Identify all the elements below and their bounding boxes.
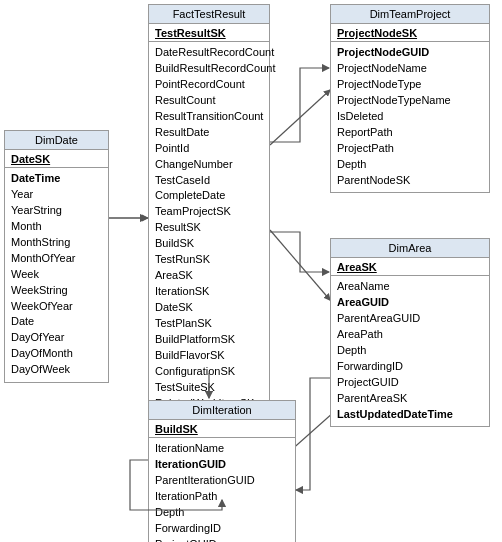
ftr-field-21: TestSuiteSK (155, 380, 263, 396)
dtp-field-6: ProjectPath (337, 141, 483, 157)
ftr-field-20: ConfigurationSK (155, 364, 263, 380)
dimdate-title: DimDate (5, 131, 108, 150)
dimteamproject-title: DimTeamProject (331, 5, 489, 24)
dtp-field-1: ProjectNodeName (337, 61, 483, 77)
di-field-5: ForwardingID (155, 521, 289, 537)
da-field-5: ForwardingID (337, 359, 483, 375)
dimiteration-table: DimIteration BuildSK IterationName Itera… (148, 400, 296, 542)
ftr-field-13: TestRunSK (155, 252, 263, 268)
da-field-1: AreaGUID (337, 295, 483, 311)
dtp-field-5: ReportPath (337, 125, 483, 141)
di-field-2: ParentIterationGUID (155, 473, 289, 489)
ftr-field-9: CompleteDate (155, 188, 263, 204)
dimdate-field-7: WeekString (11, 283, 102, 299)
dimdate-table: DimDate DateSK DateTime Year YearString … (4, 130, 109, 383)
dimdate-field-1: Year (11, 187, 102, 203)
dimarea-pk: AreaSK (337, 261, 377, 273)
ftr-field-14: AreaSK (155, 268, 263, 284)
ftr-field-5: ResultDate (155, 125, 263, 141)
ftr-field-2: PointRecordCount (155, 77, 263, 93)
dimdate-field-0: DateTime (11, 171, 102, 187)
dimdate-pk: DateSK (11, 153, 50, 165)
dimdate-field-3: Month (11, 219, 102, 235)
ftr-field-11: ResultSK (155, 220, 263, 236)
da-field-0: AreaName (337, 279, 483, 295)
dtp-field-8: ParentNodeSK (337, 173, 483, 189)
dimarea-table: DimArea AreaSK AreaName AreaGUID ParentA… (330, 238, 490, 427)
ftr-field-15: IterationSK (155, 284, 263, 300)
facttestresult-pk: TestResultSK (155, 27, 226, 39)
da-field-2: ParentAreaGUID (337, 311, 483, 327)
facttestresult-title: FactTestResult (149, 5, 269, 24)
dimdate-field-12: DayOfWeek (11, 362, 102, 378)
dtp-field-4: IsDeleted (337, 109, 483, 125)
dimdate-field-6: Week (11, 267, 102, 283)
ftr-field-3: ResultCount (155, 93, 263, 109)
ftr-field-0: DateResultRecordCount (155, 45, 263, 61)
da-field-8: LastUpdatedDateTime (337, 407, 483, 423)
dimteamproject-fields: ProjectNodeGUID ProjectNodeName ProjectN… (331, 42, 489, 192)
ftr-field-18: BuildPlatformSK (155, 332, 263, 348)
ftr-field-16: DateSK (155, 300, 263, 316)
dimdate-field-9: Date (11, 314, 102, 330)
ftr-field-12: BuildSK (155, 236, 263, 252)
di-field-4: Depth (155, 505, 289, 521)
dimarea-title: DimArea (331, 239, 489, 258)
dtp-field-7: Depth (337, 157, 483, 173)
da-field-3: AreaPath (337, 327, 483, 343)
svg-line-1 (270, 90, 330, 145)
da-field-6: ProjectGUID (337, 375, 483, 391)
ftr-field-6: PointId (155, 141, 263, 157)
dimdate-field-10: DayOfYear (11, 330, 102, 346)
dtp-field-2: ProjectNodeType (337, 77, 483, 93)
ftr-field-10: TeamProjectSK (155, 204, 263, 220)
ftr-field-1: BuildResultRecordCount (155, 61, 263, 77)
dimteamproject-table: DimTeamProject ProjectNodeSK ProjectNode… (330, 4, 490, 193)
dimdate-field-2: YearString (11, 203, 102, 219)
facttestresult-fields: DateResultRecordCount BuildResultRecordC… (149, 42, 269, 416)
ftr-field-4: ResultTransitionCount (155, 109, 263, 125)
di-field-0: IterationName (155, 441, 289, 457)
di-field-3: IterationPath (155, 489, 289, 505)
ftr-field-19: BuildFlavorSK (155, 348, 263, 364)
svg-line-2 (270, 230, 330, 300)
dimdate-field-5: MonthOfYear (11, 251, 102, 267)
ftr-field-17: TestPlanSK (155, 316, 263, 332)
dimdate-field-8: WeekOfYear (11, 299, 102, 315)
dimiteration-pk: BuildSK (155, 423, 198, 435)
dimteamproject-pk: ProjectNodeSK (337, 27, 417, 39)
dimiteration-fields: IterationName IterationGUID ParentIterat… (149, 438, 295, 542)
di-field-6: ProjectGUID (155, 537, 289, 542)
ftr-field-7: ChangeNumber (155, 157, 263, 173)
dimarea-fields: AreaName AreaGUID ParentAreaGUID AreaPat… (331, 276, 489, 426)
dimiteration-title: DimIteration (149, 401, 295, 420)
facttestresult-table: FactTestResult TestResultSK DateResultRe… (148, 4, 270, 417)
da-field-7: ParentAreaSK (337, 391, 483, 407)
ftr-field-8: TestCaseId (155, 173, 263, 189)
di-field-1: IterationGUID (155, 457, 289, 473)
dimdate-fields: DateTime Year YearString Month MonthStri… (5, 168, 108, 382)
diagram-container: DimDate DateSK DateTime Year YearString … (0, 0, 502, 542)
dimdate-field-11: DayOfMonth (11, 346, 102, 362)
dimdate-field-4: MonthString (11, 235, 102, 251)
dtp-field-3: ProjectNodeTypeName (337, 93, 483, 109)
dtp-field-0: ProjectNodeGUID (337, 45, 483, 61)
da-field-4: Depth (337, 343, 483, 359)
